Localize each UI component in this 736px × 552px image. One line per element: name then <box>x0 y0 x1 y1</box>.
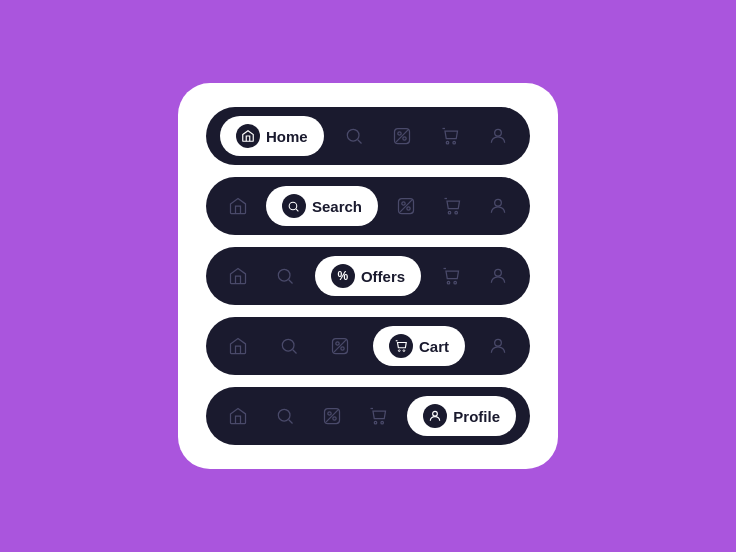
search-tab[interactable]: Search <box>266 186 378 226</box>
svg-point-17 <box>495 269 502 276</box>
nav-row-search: Search <box>206 177 530 235</box>
profile-icon-3[interactable] <box>480 258 516 294</box>
home-tab[interactable]: Home <box>220 116 324 156</box>
svg-point-7 <box>290 202 298 210</box>
profile-pill-icon <box>423 404 447 428</box>
cart-pill-icon <box>389 334 413 358</box>
svg-point-9 <box>407 207 410 210</box>
svg-point-13 <box>495 199 502 206</box>
cart-icon-5[interactable] <box>360 398 396 434</box>
svg-point-30 <box>381 421 384 424</box>
profile-tab[interactable]: Profile <box>407 396 516 436</box>
offers-tab[interactable]: % Offers <box>315 256 421 296</box>
home-icon-5[interactable] <box>220 398 256 434</box>
offers-icon-4[interactable] <box>322 328 358 364</box>
svg-point-24 <box>495 339 502 346</box>
svg-point-16 <box>453 281 456 284</box>
svg-point-25 <box>278 409 290 421</box>
search-icon[interactable] <box>336 118 372 154</box>
svg-point-0 <box>347 129 359 141</box>
svg-point-22 <box>398 350 400 352</box>
search-icon-5[interactable] <box>267 398 303 434</box>
home-icon[interactable] <box>220 188 256 224</box>
card: Home Search <box>178 83 558 469</box>
search-label: Search <box>312 198 362 215</box>
search-icon-4[interactable] <box>271 328 307 364</box>
cart-icon-2[interactable] <box>434 188 470 224</box>
home-label: Home <box>266 128 308 145</box>
profile-icon-2[interactable] <box>480 188 516 224</box>
cart-icon-3[interactable] <box>433 258 469 294</box>
home-pill-icon <box>236 124 260 148</box>
cart-icon[interactable] <box>432 118 468 154</box>
svg-point-2 <box>403 137 406 140</box>
cart-tab[interactable]: Cart <box>373 326 465 366</box>
offers-pill-icon: % <box>331 264 355 288</box>
svg-point-20 <box>341 347 344 350</box>
svg-point-15 <box>447 281 450 284</box>
profile-icon[interactable] <box>480 118 516 154</box>
offers-icon-2[interactable] <box>388 188 424 224</box>
svg-point-11 <box>448 211 451 214</box>
nav-row-offers: % Offers <box>206 247 530 305</box>
cart-label: Cart <box>419 338 449 355</box>
svg-point-8 <box>402 202 405 205</box>
nav-row-cart: Cart <box>206 317 530 375</box>
svg-point-19 <box>336 342 339 345</box>
svg-point-4 <box>446 141 449 144</box>
nav-row-profile: Profile <box>206 387 530 445</box>
offers-icon[interactable] <box>384 118 420 154</box>
svg-point-31 <box>433 411 438 416</box>
profile-label: Profile <box>453 408 500 425</box>
svg-point-12 <box>455 211 458 214</box>
svg-point-27 <box>332 417 335 420</box>
search-icon-3[interactable] <box>267 258 303 294</box>
offers-icon-5[interactable] <box>314 398 350 434</box>
home-icon-4[interactable] <box>220 328 256 364</box>
svg-point-1 <box>398 132 401 135</box>
svg-point-23 <box>403 350 405 352</box>
svg-point-14 <box>279 269 291 281</box>
search-pill-icon <box>282 194 306 218</box>
svg-point-18 <box>282 339 294 351</box>
svg-point-29 <box>375 421 378 424</box>
svg-point-26 <box>327 412 330 415</box>
svg-point-5 <box>453 141 456 144</box>
profile-icon-4[interactable] <box>480 328 516 364</box>
home-icon-3[interactable] <box>220 258 256 294</box>
svg-point-6 <box>495 129 502 136</box>
nav-row-home: Home <box>206 107 530 165</box>
offers-label: Offers <box>361 268 405 285</box>
